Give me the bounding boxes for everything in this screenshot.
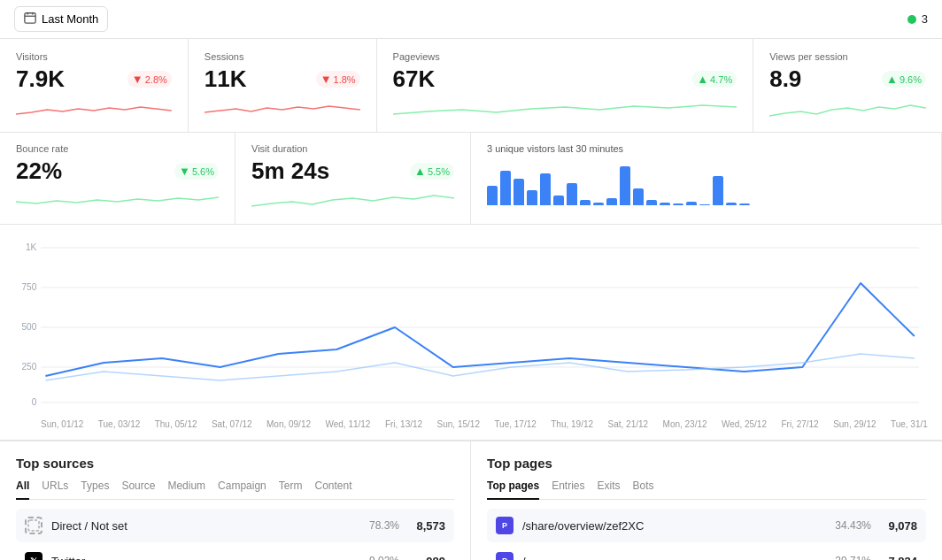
header: Last Month 3 (0, 0, 942, 39)
calendar-icon (24, 12, 36, 27)
page-row-home[interactable]: P / 29.71% 7,834 (487, 544, 926, 560)
x-label: Sat, 07/12 (212, 419, 252, 429)
visitors-mini-chart (16, 96, 172, 123)
x-label: Fri, 13/12 (385, 419, 422, 429)
live-count: 3 (922, 12, 928, 26)
source-label-direct: Direct / Not set (51, 519, 369, 533)
bottom-panels: Top sources All URLs Types Source Medium… (0, 441, 942, 560)
visitors-arrow: ▼ (132, 73, 143, 86)
chart-x-labels: Sun, 01/12 Tue, 03/12 Thu, 05/12 Sat, 07… (14, 416, 928, 433)
svg-text:500: 500 (21, 322, 36, 332)
bounce-rate-stat: Bounce rate 22% ▼ 5.6% (0, 133, 236, 224)
views-per-session-stat: Views per session 8.9 ▲ 9.6% (753, 39, 942, 132)
bounce-rate-change: ▼ 5.6% (174, 163, 219, 180)
realtime-stat: 3 unique vistors last 30 minutes (471, 133, 942, 224)
x-label: Wed, 25/12 (722, 419, 767, 429)
bounce-arrow: ▼ (179, 165, 190, 178)
realtime-bars (487, 161, 925, 205)
pageviews-arrow: ▲ (697, 73, 708, 86)
main-chart-section: 1K 750 500 250 0 Sun, 01/12 Tue, 03/12 T… (0, 225, 942, 441)
pageviews-change-pct: 4.7% (710, 74, 732, 85)
svg-text:1K: 1K (26, 242, 37, 252)
page-count-share: 9,078 (882, 519, 917, 533)
page-label-share: /share/overview/zef2XC (522, 519, 835, 533)
tab-term[interactable]: Term (279, 479, 303, 495)
sessions-change-pct: 1.8% (334, 74, 356, 85)
tab-types[interactable]: Types (81, 479, 109, 495)
stats-grid-1: Visitors 7.9K ▼ 2.8% Sessions 11K ▼ 1.8% (0, 39, 942, 133)
duration-mini-chart (251, 188, 454, 215)
svg-text:0: 0 (32, 397, 37, 407)
visitors-label: Visitors (16, 51, 172, 62)
visitors-change: ▼ 2.8% (127, 71, 172, 88)
direct-icon (25, 517, 42, 534)
pageviews-value: 67K (393, 65, 436, 93)
source-row-direct[interactable]: Direct / Not set 78.3% 8,573 (16, 509, 454, 542)
bounce-mini-chart (16, 188, 219, 215)
source-pct-direct: 78.3% (369, 519, 399, 532)
source-count-twitter: 989 (410, 555, 445, 560)
tab-entries[interactable]: Entries (552, 479, 584, 495)
sessions-change: ▼ 1.8% (316, 71, 360, 88)
page-label-home: / (522, 555, 835, 560)
page-count-home: 7,834 (882, 555, 917, 560)
realtime-bar (513, 179, 524, 205)
tab-content[interactable]: Content (314, 479, 351, 495)
realtime-bar (699, 204, 710, 205)
tab-top-pages[interactable]: Top pages (487, 479, 539, 500)
source-row-twitter[interactable]: 𝕏 Twitter 9.03% 989 (16, 544, 454, 560)
duration-arrow: ▲ (414, 165, 426, 178)
visitors-stat: Visitors 7.9K ▼ 2.8% (0, 39, 189, 132)
x-label: Tue, 17/12 (494, 419, 536, 429)
tab-exits[interactable]: Exits (597, 479, 620, 495)
svg-rect-14 (28, 520, 39, 531)
realtime-bar (633, 188, 644, 205)
tab-all[interactable]: All (16, 479, 29, 500)
sessions-value: 11K (205, 65, 247, 93)
x-label: Tue, 03/12 (98, 419, 140, 429)
source-label-twitter: Twitter (51, 555, 369, 560)
live-visitors-badge: 3 (907, 12, 928, 26)
svg-text:750: 750 (21, 282, 36, 292)
top-pages-title: Top pages (487, 456, 926, 471)
pageviews-label: Pageviews (393, 51, 737, 62)
realtime-bar (726, 203, 737, 205)
x-label: Fri, 27/12 (781, 419, 818, 429)
sessions-label: Sessions (205, 51, 360, 62)
visit-duration-stat: Visit duration 5m 24s ▲ 5.5% (236, 133, 471, 224)
tab-medium[interactable]: Medium (167, 479, 205, 495)
sessions-stat: Sessions 11K ▼ 1.8% (189, 39, 377, 132)
tab-urls[interactable]: URLs (42, 479, 68, 495)
realtime-bar (686, 202, 697, 205)
home-icon: P (496, 552, 513, 560)
realtime-bar (606, 198, 617, 205)
sessions-mini-chart (205, 96, 360, 123)
x-label: Tue, 31/1 (891, 419, 928, 429)
source-pct-twitter: 9.03% (369, 555, 399, 560)
date-range-button[interactable]: Last Month (14, 6, 108, 32)
top-sources-title: Top sources (16, 456, 454, 471)
bounce-change-pct: 5.6% (192, 166, 214, 177)
realtime-bar (713, 176, 723, 205)
realtime-bar (487, 186, 498, 205)
x-label: Wed, 11/12 (325, 419, 370, 429)
pages-tabs: Top pages Entries Exits Bots (487, 479, 926, 500)
realtime-bar (593, 203, 604, 205)
views-per-session-value: 8.9 (769, 65, 801, 93)
x-label: Sun, 29/12 (833, 419, 876, 429)
visit-duration-change: ▲ 5.5% (410, 163, 454, 180)
visitors-change-pct: 2.8% (145, 74, 167, 85)
realtime-bar (739, 203, 750, 205)
live-dot (907, 15, 916, 24)
page-row-share[interactable]: P /share/overview/zef2XC 34.43% 9,078 (487, 509, 926, 542)
top-sources-panel: Top sources All URLs Types Source Medium… (0, 441, 471, 560)
x-label: Sun, 15/12 (437, 419, 480, 429)
svg-rect-0 (25, 13, 35, 23)
pageviews-change: ▲ 4.7% (692, 71, 737, 88)
vps-change-pct: 9.6% (900, 74, 922, 85)
tab-bots[interactable]: Bots (633, 479, 654, 495)
page-pct-home: 29.71% (835, 555, 871, 560)
realtime-bar (540, 173, 551, 205)
tab-campaign[interactable]: Campaign (218, 479, 266, 495)
tab-source[interactable]: Source (121, 479, 155, 495)
